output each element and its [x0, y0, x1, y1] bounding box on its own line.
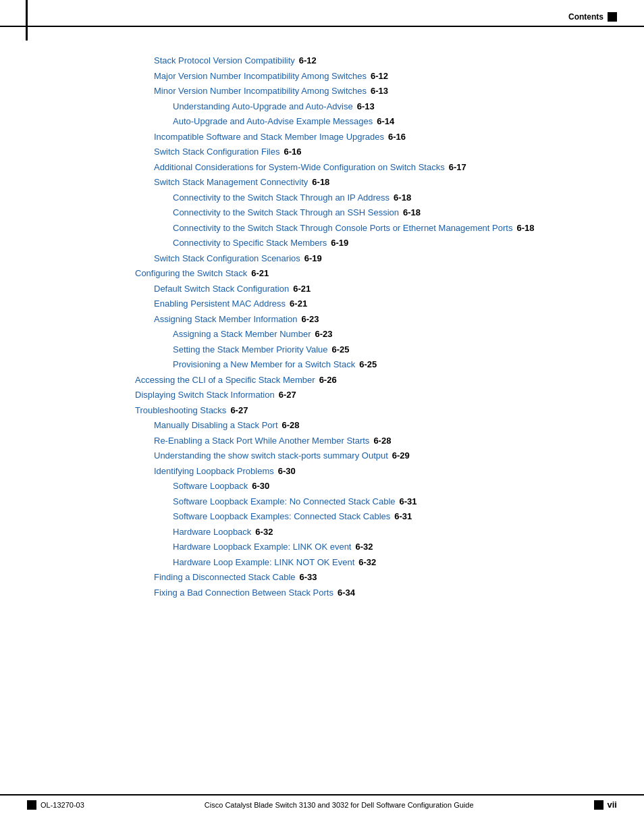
toc-entry: Displaying Switch Stack Information6-27 — [135, 388, 603, 402]
toc-link[interactable]: Software Loopback Examples: Connected St… — [173, 510, 390, 523]
toc-page-number: 6-32 — [255, 525, 273, 539]
toc-entry: Connectivity to the Switch Stack Through… — [173, 191, 603, 205]
toc-link[interactable]: Incompatible Software and Stack Member I… — [154, 130, 384, 144]
header-box-icon — [608, 12, 617, 22]
toc-link[interactable]: Connectivity to the Switch Stack Through… — [173, 221, 512, 235]
toc-page-number: 6-31 — [400, 495, 417, 509]
toc-link[interactable]: Re-Enabling a Stack Port While Another M… — [154, 434, 369, 448]
footer-doc-number: OL-13270-03 — [41, 801, 84, 809]
page-footer: OL-13270-03 Cisco Catalyst Blade Switch … — [0, 794, 644, 814]
toc-page-number: 6-18 — [312, 176, 329, 189]
toc-page-number: 6-17 — [449, 161, 466, 174]
toc-page-number: 6-28 — [282, 419, 300, 432]
toc-link[interactable]: Identifying Loopback Problems — [154, 465, 274, 478]
toc-link[interactable]: Understanding Auto-Upgrade and Auto-Advi… — [173, 100, 353, 113]
toc-link[interactable]: Finding a Disconnected Stack Cable — [154, 571, 296, 584]
toc-link[interactable]: Connectivity to the Switch Stack Through… — [173, 191, 390, 205]
toc-entry: Re-Enabling a Stack Port While Another M… — [154, 434, 603, 448]
toc-entry: Manually Disabling a Stack Port6-28 — [154, 419, 603, 432]
toc-entry: Assigning Stack Member Information6-23 — [154, 313, 603, 326]
toc-page-number: 6-26 — [319, 373, 337, 387]
toc-entry: Identifying Loopback Problems6-30 — [154, 465, 603, 478]
toc-page-number: 6-13 — [371, 84, 388, 98]
toc-link[interactable]: Minor Version Number Incompatibility Amo… — [154, 84, 367, 98]
toc-link[interactable]: Additional Considerations for System-Wid… — [154, 161, 445, 174]
toc-page-number: 6-32 — [355, 540, 373, 554]
toc-entry: Software Loopback6-30 — [173, 479, 603, 493]
toc-page-number: 6-19 — [331, 236, 348, 250]
toc-entry: Switch Stack Configuration Scenarios6-19 — [154, 252, 603, 265]
toc-link[interactable]: Setting the Stack Member Priority Value — [173, 343, 328, 357]
toc-entry: Accessing the CLI of a Specific Stack Me… — [135, 373, 603, 387]
toc-link[interactable]: Connectivity to the Switch Stack Through… — [173, 206, 399, 219]
toc-link[interactable]: Hardware Loop Example: LINK NOT OK Event — [173, 556, 354, 569]
toc-entry: Fixing a Bad Connection Between Stack Po… — [154, 586, 603, 600]
toc-page-number: 6-13 — [357, 100, 375, 113]
toc-entry: Minor Version Number Incompatibility Amo… — [154, 84, 603, 98]
toc-entry: Hardware Loop Example: LINK NOT OK Event… — [173, 556, 603, 569]
toc-entry: Additional Considerations for System-Wid… — [154, 161, 603, 174]
toc-link[interactable]: Software Loopback — [173, 479, 248, 493]
toc-link[interactable]: Configuring the Switch Stack — [135, 267, 247, 280]
toc-link[interactable]: Hardware Loopback Example: LINK OK event — [173, 540, 351, 554]
toc-entry: Incompatible Software and Stack Member I… — [154, 130, 603, 144]
toc-entry: Finding a Disconnected Stack Cable6-33 — [154, 571, 603, 584]
toc-page-number: 6-32 — [358, 556, 376, 569]
footer-page-number: vii — [608, 800, 617, 810]
toc-page-number: 6-21 — [293, 282, 311, 296]
toc-link[interactable]: Hardware Loopback — [173, 525, 251, 539]
toc-page-number: 6-27 — [230, 404, 248, 417]
toc-page-number: 6-18 — [403, 206, 421, 219]
toc-page-number: 6-28 — [373, 434, 391, 448]
toc-entry: Understanding the show switch stack-port… — [154, 449, 603, 463]
toc-entry: Software Loopback Example: No Connected … — [173, 495, 603, 509]
toc-entry: Stack Protocol Version Compatibility6-12 — [154, 54, 603, 68]
toc-link[interactable]: Manually Disabling a Stack Port — [154, 419, 278, 432]
toc-link[interactable]: Assigning a Stack Member Number — [173, 328, 311, 341]
toc-page-number: 6-25 — [359, 358, 377, 371]
toc-content: Stack Protocol Version Compatibility6-12… — [0, 34, 644, 642]
toc-page-number: 6-23 — [301, 313, 319, 326]
toc-entry: Provisioning a New Member for a Switch S… — [173, 358, 603, 371]
toc-entry: Connectivity to the Switch Stack Through… — [173, 206, 603, 219]
toc-page-number: 6-12 — [371, 70, 388, 83]
footer-page: vii — [594, 800, 617, 810]
toc-entry: Connectivity to Specific Stack Members6-… — [173, 236, 603, 250]
toc-page-number: 6-14 — [377, 115, 394, 128]
toc-entry: Hardware Loopback6-32 — [173, 525, 603, 539]
toc-entry: Default Switch Stack Configuration6-21 — [154, 282, 603, 296]
toc-link[interactable]: Troubleshooting Stacks — [135, 404, 226, 417]
toc-page-number: 6-30 — [278, 465, 296, 478]
toc-link[interactable]: Major Version Number Incompatibility Amo… — [154, 70, 367, 83]
toc-page-number: 6-23 — [315, 328, 332, 341]
toc-link[interactable]: Fixing a Bad Connection Between Stack Po… — [154, 586, 333, 600]
toc-entry: Software Loopback Examples: Connected St… — [173, 510, 603, 523]
toc-page-number: 6-25 — [332, 343, 350, 357]
toc-entry: Understanding Auto-Upgrade and Auto-Advi… — [173, 100, 603, 113]
toc-link[interactable]: Software Loopback Example: No Connected … — [173, 495, 396, 509]
toc-entry: Auto-Upgrade and Auto-Advise Example Mes… — [173, 115, 603, 128]
toc-entry: Setting the Stack Member Priority Value6… — [173, 343, 603, 357]
toc-link[interactable]: Switch Stack Management Connectivity — [154, 176, 308, 189]
footer-page-bar-icon — [594, 800, 603, 810]
toc-link[interactable]: Understanding the show switch stack-port… — [154, 449, 388, 463]
toc-link[interactable]: Default Switch Stack Configuration — [154, 282, 289, 296]
toc-page-number: 6-16 — [388, 130, 406, 144]
toc-link[interactable]: Stack Protocol Version Compatibility — [154, 54, 295, 68]
toc-link[interactable]: Switch Stack Configuration Files — [154, 145, 279, 159]
toc-page-number: 6-34 — [338, 586, 355, 600]
toc-link[interactable]: Enabling Persistent MAC Address — [154, 297, 286, 311]
toc-entry: Switch Stack Management Connectivity6-18 — [154, 176, 603, 189]
toc-entry: Assigning a Stack Member Number6-23 — [173, 328, 603, 341]
toc-link[interactable]: Auto-Upgrade and Auto-Advise Example Mes… — [173, 115, 373, 128]
footer-left: OL-13270-03 — [27, 800, 84, 810]
toc-link[interactable]: Accessing the CLI of a Specific Stack Me… — [135, 373, 315, 387]
toc-entry: Hardware Loopback Example: LINK OK event… — [173, 540, 603, 554]
toc-link[interactable]: Connectivity to Specific Stack Members — [173, 236, 327, 250]
toc-entry: Troubleshooting Stacks6-27 — [135, 404, 603, 417]
toc-link[interactable]: Provisioning a New Member for a Switch S… — [173, 358, 355, 371]
toc-link[interactable]: Switch Stack Configuration Scenarios — [154, 252, 300, 265]
toc-link[interactable]: Displaying Switch Stack Information — [135, 388, 275, 402]
toc-link[interactable]: Assigning Stack Member Information — [154, 313, 297, 326]
toc-page-number: 6-33 — [300, 571, 317, 584]
